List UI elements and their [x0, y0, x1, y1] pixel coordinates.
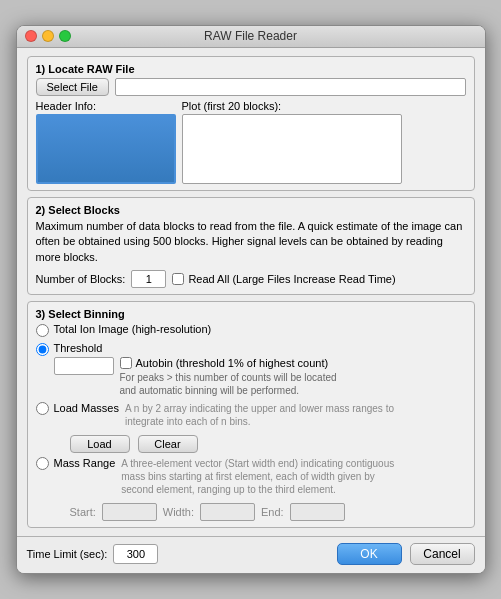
- header-info-box: [36, 114, 176, 184]
- threshold-label: Threshold: [54, 342, 350, 354]
- option-threshold: Threshold Autobin (threshold 1% of highe…: [36, 342, 466, 397]
- num-blocks-label: Number of Blocks:: [36, 273, 126, 285]
- plot-box: [182, 114, 402, 184]
- threshold-radio[interactable]: [36, 343, 49, 356]
- autobin-label: Autobin (threshold 1% of highest count): [136, 357, 329, 369]
- section-select-blocks: 2) Select Blocks Maximum number of data …: [27, 197, 475, 295]
- read-all-row: Read All (Large Files Increase Read Time…: [172, 273, 395, 285]
- read-all-label: Read All (Large Files Increase Read Time…: [188, 273, 395, 285]
- load-clear-row: Load Clear: [70, 435, 395, 453]
- num-blocks-input[interactable]: 1: [131, 270, 166, 288]
- load-masses-content: Load Masses A n by 2 array indicating th…: [54, 402, 395, 453]
- close-button[interactable]: [25, 30, 37, 42]
- start-input[interactable]: [102, 503, 157, 521]
- file-path-display: [115, 78, 466, 96]
- option-load-masses: Load Masses A n by 2 array indicating th…: [36, 402, 466, 453]
- mass-range-radio[interactable]: [36, 457, 49, 470]
- autobin-row: Autobin (threshold 1% of highest count): [120, 357, 350, 369]
- total-ion-label: Total Ion Image (high-resolution): [54, 323, 212, 335]
- time-limit-label: Time Limit (sec):: [27, 548, 108, 560]
- mass-range-content: Mass Range A three-element vector (Start…: [54, 457, 402, 521]
- select-file-button[interactable]: Select File: [36, 78, 109, 96]
- autobin-checkbox[interactable]: [120, 357, 132, 369]
- minimize-button[interactable]: [42, 30, 54, 42]
- bottom-buttons: OK Cancel: [337, 543, 475, 565]
- section-select-binning: 3) Select Binning Total Ion Image (high-…: [27, 301, 475, 528]
- window-title: RAW File Reader: [204, 29, 297, 43]
- threshold-right: Autobin (threshold 1% of highest count) …: [120, 357, 350, 397]
- plot-panel: Plot (first 20 blocks):: [182, 100, 402, 184]
- blocks-row: Number of Blocks: 1 Read All (Large File…: [36, 270, 466, 288]
- bottom-bar: Time Limit (sec): 300 OK Cancel: [17, 536, 485, 573]
- section3-header: 3) Select Binning: [36, 308, 466, 320]
- threshold-desc: For peaks > this number of counts will b…: [120, 371, 350, 397]
- read-all-checkbox[interactable]: [172, 273, 184, 285]
- titlebar: RAW File Reader: [17, 26, 485, 48]
- plot-label: Plot (first 20 blocks):: [182, 100, 402, 112]
- option-mass-range: Mass Range A three-element vector (Start…: [36, 457, 466, 521]
- time-limit-row: Time Limit (sec): 300: [27, 544, 159, 564]
- ok-button[interactable]: OK: [337, 543, 402, 565]
- file-row: Select File: [36, 78, 466, 96]
- end-input[interactable]: [290, 503, 345, 521]
- end-label: End:: [261, 506, 284, 518]
- mass-range-desc: A three-element vector (Start width end)…: [121, 457, 401, 496]
- section1-header: 1) Locate RAW File: [36, 63, 466, 75]
- load-button[interactable]: Load: [70, 435, 130, 453]
- main-window: RAW File Reader 1) Locate RAW File Selec…: [16, 25, 486, 574]
- maximize-button[interactable]: [59, 30, 71, 42]
- threshold-content: Threshold Autobin (threshold 1% of highe…: [54, 342, 350, 397]
- threshold-value-input[interactable]: [54, 357, 114, 375]
- clear-button[interactable]: Clear: [138, 435, 198, 453]
- option-total-ion: Total Ion Image (high-resolution): [36, 323, 466, 337]
- width-input[interactable]: [200, 503, 255, 521]
- load-masses-desc: A n by 2 array indicating the upper and …: [125, 402, 395, 428]
- panels-row: Header Info: Plot (first 20 blocks):: [36, 100, 466, 184]
- header-info-panel: Header Info:: [36, 100, 176, 184]
- threshold-inner: Autobin (threshold 1% of highest count) …: [54, 357, 350, 397]
- cancel-button[interactable]: Cancel: [410, 543, 475, 565]
- section2-header: 2) Select Blocks: [36, 204, 466, 216]
- section-locate-file: 1) Locate RAW File Select File Header In…: [27, 56, 475, 191]
- content-area: 1) Locate RAW File Select File Header In…: [17, 48, 485, 536]
- header-info-label: Header Info:: [36, 100, 176, 112]
- load-masses-radio[interactable]: [36, 402, 49, 415]
- load-masses-label: Load Masses: [54, 402, 119, 414]
- total-ion-radio[interactable]: [36, 324, 49, 337]
- section2-description: Maximum number of data blocks to read fr…: [36, 219, 466, 265]
- width-label: Width:: [163, 506, 194, 518]
- traffic-lights: [25, 30, 71, 42]
- time-limit-input[interactable]: 300: [113, 544, 158, 564]
- range-inputs-row: Start: Width: End:: [70, 503, 402, 521]
- start-label: Start:: [70, 506, 96, 518]
- mass-range-label: Mass Range: [54, 457, 116, 469]
